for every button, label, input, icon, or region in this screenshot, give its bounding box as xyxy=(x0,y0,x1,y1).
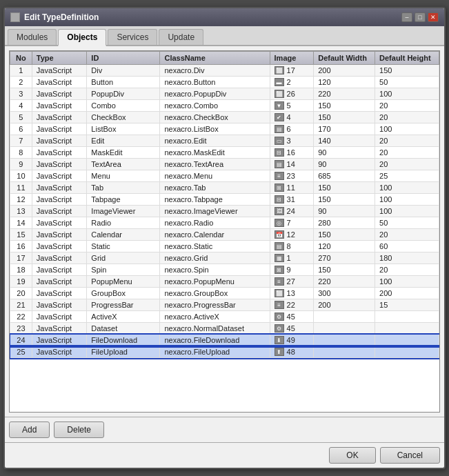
cell-no: 8 xyxy=(10,147,32,159)
cell-id: Menu xyxy=(87,170,160,182)
cell-no: 4 xyxy=(10,100,32,112)
table-row[interactable]: 19 JavaScript PopupMenu nexacro.PopupMen… xyxy=(10,276,439,288)
add-button[interactable]: Add xyxy=(9,422,50,438)
table-row[interactable]: 21 JavaScript ProgressBar nexacro.Progre… xyxy=(10,299,439,311)
maximize-button[interactable]: □ xyxy=(415,12,426,22)
cell-class: nexacro.PopupMenu xyxy=(160,276,270,288)
tab-objects[interactable]: Objects xyxy=(58,29,106,46)
cell-id: ListBox xyxy=(87,123,160,135)
cell-id: Radio xyxy=(87,217,160,229)
cell-id: ActiveX xyxy=(87,311,160,323)
table-row[interactable]: 17 JavaScript Grid nexacro.Grid ▦ 1 270 … xyxy=(10,252,439,264)
tab-update[interactable]: Update xyxy=(159,29,203,45)
cell-image: ≡ 23 xyxy=(270,170,314,182)
table-row[interactable]: 22 JavaScript ActiveX nexacro.ActiveX ⚙ … xyxy=(10,311,439,323)
table-row[interactable]: 23 JavaScript Dataset nexacro.NormalData… xyxy=(10,323,439,335)
table-row[interactable]: 2 JavaScript Button nexacro.Button ▬ 2 1… xyxy=(10,77,439,88)
table-row[interactable]: 16 JavaScript Static nexacro.Static ▤ 8 … xyxy=(10,241,439,252)
cell-class: nexacro.Tabpage xyxy=(160,194,270,206)
table-row[interactable]: 25 JavaScript FileUpload nexacro.FileUpl… xyxy=(10,346,439,358)
image-icon: ⊠ xyxy=(275,266,284,274)
delete-button[interactable]: Delete xyxy=(54,422,104,438)
cell-type: JavaScript xyxy=(32,229,87,241)
table-row[interactable]: 1 JavaScript Div nexacro.Div ⬜ 17 200 15… xyxy=(10,65,439,77)
col-no: No xyxy=(10,52,32,65)
cell-default-height xyxy=(375,311,439,323)
table-row[interactable]: 12 JavaScript Tabpage nexacro.Tabpage ⊟ … xyxy=(10,194,439,206)
cell-no: 5 xyxy=(10,112,32,123)
cell-default-height: 100 xyxy=(375,276,439,288)
col-id: ID xyxy=(87,52,160,65)
cell-type: JavaScript xyxy=(32,100,87,112)
table-row[interactable]: 6 JavaScript ListBox nexacro.ListBox ▤ 6… xyxy=(10,123,439,135)
cell-type: JavaScript xyxy=(32,147,87,159)
cell-image: ▭ 3 xyxy=(270,135,314,147)
cancel-button[interactable]: Cancel xyxy=(380,447,440,464)
cell-default-height: 20 xyxy=(375,100,439,112)
col-type: Type xyxy=(32,52,87,65)
data-table-container[interactable]: No Type ID ClassName Image Default Width… xyxy=(9,50,440,413)
col-image: Image xyxy=(270,52,314,65)
image-icon: ⬜ xyxy=(275,90,284,98)
image-icon: ⚙ xyxy=(275,313,284,321)
cell-image: ▤ 8 xyxy=(270,241,314,252)
table-header-row: No Type ID ClassName Image Default Width… xyxy=(10,52,439,65)
table-row[interactable]: 13 JavaScript ImageViewer nexacro.ImageV… xyxy=(10,206,439,217)
table-row[interactable]: 20 JavaScript GroupBox nexacro.GroupBox … xyxy=(10,288,439,299)
cell-default-width xyxy=(314,335,375,346)
image-icon: ▤ xyxy=(275,125,284,133)
table-body: 1 JavaScript Div nexacro.Div ⬜ 17 200 15… xyxy=(10,65,439,358)
table-row[interactable]: 11 JavaScript Tab nexacro.Tab ⊞ 11 150 1… xyxy=(10,182,439,194)
cell-class: nexacro.FileDownload xyxy=(160,335,270,346)
close-button[interactable]: ✕ xyxy=(428,12,439,22)
image-icon: 📅 xyxy=(275,230,284,239)
cell-id: Tabpage xyxy=(87,194,160,206)
image-icon: ▦ xyxy=(275,254,284,262)
image-icon: ⊟ xyxy=(275,195,284,204)
cell-class: nexacro.Spin xyxy=(160,264,270,276)
cell-image: ✔ 4 xyxy=(270,112,314,123)
tab-bar: Modules Objects Services Update xyxy=(5,26,444,46)
table-row[interactable]: 15 JavaScript Calendar nexacro.Calendar … xyxy=(10,229,439,241)
cell-image: ⚙ 45 xyxy=(270,323,314,335)
image-icon: 🖼 xyxy=(275,207,284,215)
cell-class: nexacro.Button xyxy=(160,77,270,88)
cell-default-height: 100 xyxy=(375,182,439,194)
cell-class: nexacro.ProgressBar xyxy=(160,299,270,311)
cell-class: nexacro.Edit xyxy=(160,135,270,147)
table-row[interactable]: 24 JavaScript FileDownload nexacro.FileD… xyxy=(10,335,439,346)
cell-default-height: 200 xyxy=(375,288,439,299)
table-row[interactable]: 9 JavaScript TextArea nexacro.TextArea ▤… xyxy=(10,159,439,170)
cell-no: 23 xyxy=(10,323,32,335)
cell-no: 6 xyxy=(10,123,32,135)
table-row[interactable]: 7 JavaScript Edit nexacro.Edit ▭ 3 140 2… xyxy=(10,135,439,147)
table-row[interactable]: 8 JavaScript MaskEdit nexacro.MaskEdit ⊟… xyxy=(10,147,439,159)
cell-default-height: 20 xyxy=(375,159,439,170)
cell-type: JavaScript xyxy=(32,288,87,299)
cell-id: Button xyxy=(87,77,160,88)
image-icon: ⊟ xyxy=(275,148,284,157)
image-icon: ⬜ xyxy=(275,66,284,75)
table-row[interactable]: 4 JavaScript Combo nexacro.Combo ▼ 5 150… xyxy=(10,100,439,112)
table-row[interactable]: 14 JavaScript Radio nexacro.Radio ◎ 7 28… xyxy=(10,217,439,229)
cell-no: 14 xyxy=(10,217,32,229)
cell-type: JavaScript xyxy=(32,123,87,135)
table-row[interactable]: 5 JavaScript CheckBox nexacro.CheckBox ✔… xyxy=(10,112,439,123)
table-row[interactable]: 18 JavaScript Spin nexacro.Spin ⊠ 9 150 … xyxy=(10,264,439,276)
tab-modules[interactable]: Modules xyxy=(8,29,57,45)
cell-default-width: 120 xyxy=(314,241,375,252)
cell-id: Div xyxy=(87,65,160,77)
cell-default-width: 150 xyxy=(314,229,375,241)
cell-type: JavaScript xyxy=(32,346,87,358)
cell-image: ⬜ 17 xyxy=(270,65,314,77)
minimize-button[interactable]: – xyxy=(401,12,412,22)
cell-image: ▤ 6 xyxy=(270,123,314,135)
cell-no: 7 xyxy=(10,135,32,147)
ok-button[interactable]: OK xyxy=(329,447,375,464)
cell-image: ⬇ 49 xyxy=(270,335,314,346)
table-row[interactable]: 3 JavaScript PopupDiv nexacro.PopupDiv ⬜… xyxy=(10,88,439,100)
tab-services[interactable]: Services xyxy=(108,29,157,45)
table-row[interactable]: 10 JavaScript Menu nexacro.Menu ≡ 23 685… xyxy=(10,170,439,182)
cell-no: 9 xyxy=(10,159,32,170)
cell-image: ▬ 2 xyxy=(270,77,314,88)
